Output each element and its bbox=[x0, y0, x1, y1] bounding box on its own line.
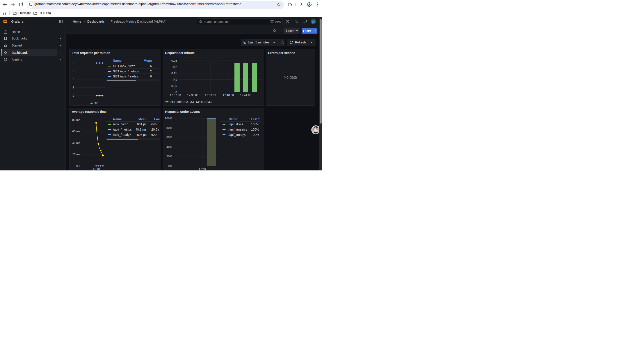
svg-text:0.25: 0.25 bbox=[171, 59, 177, 62]
svg-text:0.2: 0.2 bbox=[173, 65, 177, 69]
svg-text:17:37:00: 17:37:00 bbox=[170, 94, 181, 97]
svg-text:17:38:00: 17:38:00 bbox=[187, 94, 198, 97]
svg-text:Mean: 0.233: Mean: 0.233 bbox=[176, 100, 194, 104]
svg-text:0.15: 0.15 bbox=[171, 72, 177, 75]
svg-text:0.1: 0.1 bbox=[173, 78, 177, 81]
svg-text:17:40:00: 17:40:00 bbox=[222, 94, 234, 97]
svg-text:Max: 0.233: Max: 0.233 bbox=[196, 100, 212, 104]
svg-text:2xx: 2xx bbox=[170, 100, 175, 104]
svg-text:17:39:00: 17:39:00 bbox=[205, 94, 216, 97]
svg-text:17:41:00: 17:41:00 bbox=[240, 94, 251, 97]
svg-text:0.05: 0.05 bbox=[171, 84, 177, 88]
